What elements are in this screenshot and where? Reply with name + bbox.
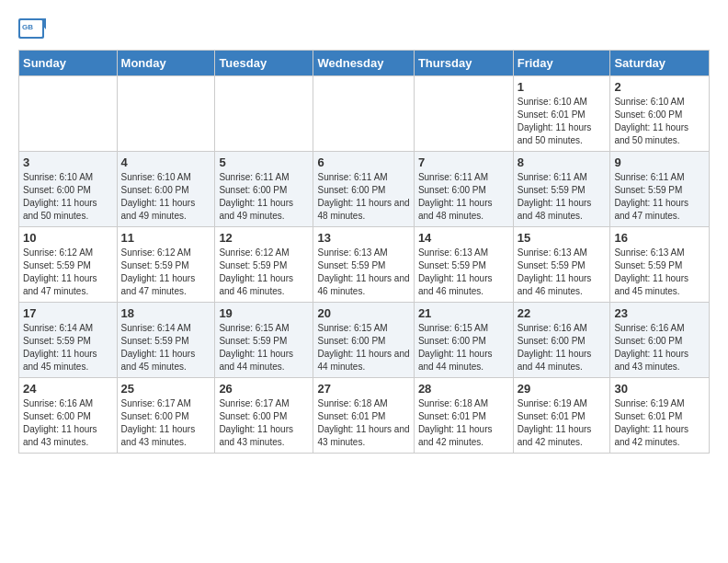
day-info: Sunrise: 6:10 AM Sunset: 6:00 PM Dayligh…: [121, 171, 211, 223]
day-number: 1: [518, 80, 607, 94]
weekday-header: Sunday: [19, 51, 118, 76]
day-number: 2: [614, 80, 705, 94]
day-info: Sunrise: 6:16 AM Sunset: 6:00 PM Dayligh…: [614, 322, 705, 373]
calendar-cell: 28Sunrise: 6:18 AM Sunset: 6:01 PM Dayli…: [414, 378, 513, 454]
day-info: Sunrise: 6:16 AM Sunset: 6:00 PM Dayligh…: [23, 397, 113, 449]
calendar-cell: 3Sunrise: 6:10 AM Sunset: 6:00 PM Daylig…: [19, 152, 118, 227]
day-info: Sunrise: 6:14 AM Sunset: 5:59 PM Dayligh…: [23, 322, 113, 373]
calendar-cell: 18Sunrise: 6:14 AM Sunset: 5:59 PM Dayli…: [117, 303, 215, 378]
day-number: 27: [317, 382, 409, 396]
day-number: 29: [518, 382, 607, 396]
day-info: Sunrise: 6:10 AM Sunset: 6:01 PM Dayligh…: [518, 96, 607, 147]
calendar-week-row: 17Sunrise: 6:14 AM Sunset: 5:59 PM Dayli…: [19, 303, 710, 378]
weekday-header: Thursday: [414, 51, 513, 76]
day-number: 15: [518, 231, 607, 245]
day-number: 7: [418, 155, 509, 169]
calendar-cell: 11Sunrise: 6:12 AM Sunset: 5:59 PM Dayli…: [117, 227, 215, 303]
weekday-header: Friday: [513, 51, 610, 76]
calendar-cell: [414, 76, 513, 152]
calendar-cell: [19, 76, 118, 152]
day-number: 23: [614, 306, 705, 320]
day-number: 17: [23, 306, 113, 320]
day-number: 3: [23, 155, 113, 169]
day-info: Sunrise: 6:15 AM Sunset: 6:00 PM Dayligh…: [317, 322, 409, 373]
weekday-header: Saturday: [610, 51, 710, 76]
calendar-cell: 13Sunrise: 6:13 AM Sunset: 5:59 PM Dayli…: [313, 227, 414, 303]
weekday-header: Monday: [117, 51, 215, 76]
calendar-week-row: 3Sunrise: 6:10 AM Sunset: 6:00 PM Daylig…: [19, 152, 710, 227]
day-number: 5: [219, 155, 309, 169]
day-number: 4: [121, 155, 211, 169]
day-info: Sunrise: 6:13 AM Sunset: 5:59 PM Dayligh…: [317, 247, 409, 298]
calendar-week-row: 24Sunrise: 6:16 AM Sunset: 6:00 PM Dayli…: [19, 378, 710, 454]
calendar-cell: 2Sunrise: 6:10 AM Sunset: 6:00 PM Daylig…: [610, 76, 710, 152]
day-number: 24: [23, 382, 113, 396]
day-number: 30: [614, 382, 705, 396]
day-number: 13: [317, 231, 409, 245]
calendar-cell: 7Sunrise: 6:11 AM Sunset: 6:00 PM Daylig…: [414, 152, 513, 227]
day-number: 25: [121, 382, 211, 396]
calendar-week-row: 10Sunrise: 6:12 AM Sunset: 5:59 PM Dayli…: [19, 227, 710, 303]
day-info: Sunrise: 6:15 AM Sunset: 5:59 PM Dayligh…: [219, 322, 309, 373]
weekday-header: Wednesday: [313, 51, 414, 76]
day-number: 11: [121, 231, 211, 245]
day-number: 18: [121, 306, 211, 320]
calendar-cell: [117, 76, 215, 152]
day-number: 10: [23, 231, 113, 245]
calendar-cell: 29Sunrise: 6:19 AM Sunset: 6:01 PM Dayli…: [513, 378, 610, 454]
calendar-cell: 1Sunrise: 6:10 AM Sunset: 6:01 PM Daylig…: [513, 76, 610, 152]
calendar-week-row: 1Sunrise: 6:10 AM Sunset: 6:01 PM Daylig…: [19, 76, 710, 152]
day-info: Sunrise: 6:10 AM Sunset: 6:00 PM Dayligh…: [23, 171, 113, 223]
day-info: Sunrise: 6:12 AM Sunset: 5:59 PM Dayligh…: [219, 247, 309, 298]
header: GB: [18, 18, 710, 40]
day-number: 12: [219, 231, 309, 245]
day-number: 26: [219, 382, 309, 396]
calendar-cell: 17Sunrise: 6:14 AM Sunset: 5:59 PM Dayli…: [19, 303, 118, 378]
day-info: Sunrise: 6:12 AM Sunset: 5:59 PM Dayligh…: [23, 247, 113, 298]
calendar-cell: 22Sunrise: 6:16 AM Sunset: 6:00 PM Dayli…: [513, 303, 610, 378]
calendar-cell: 9Sunrise: 6:11 AM Sunset: 5:59 PM Daylig…: [610, 152, 710, 227]
day-info: Sunrise: 6:13 AM Sunset: 5:59 PM Dayligh…: [614, 247, 705, 298]
calendar-cell: 16Sunrise: 6:13 AM Sunset: 5:59 PM Dayli…: [610, 227, 710, 303]
day-info: Sunrise: 6:19 AM Sunset: 6:01 PM Dayligh…: [518, 397, 607, 449]
calendar-cell: 15Sunrise: 6:13 AM Sunset: 5:59 PM Dayli…: [513, 227, 610, 303]
calendar-cell: 25Sunrise: 6:17 AM Sunset: 6:00 PM Dayli…: [117, 378, 215, 454]
day-info: Sunrise: 6:11 AM Sunset: 6:00 PM Dayligh…: [219, 171, 309, 223]
logo: GB: [18, 18, 48, 40]
calendar-cell: 14Sunrise: 6:13 AM Sunset: 5:59 PM Dayli…: [414, 227, 513, 303]
day-number: 28: [418, 382, 509, 396]
calendar-cell: 8Sunrise: 6:11 AM Sunset: 5:59 PM Daylig…: [513, 152, 610, 227]
calendar-cell: [313, 76, 414, 152]
calendar-cell: [215, 76, 313, 152]
day-info: Sunrise: 6:13 AM Sunset: 5:59 PM Dayligh…: [418, 247, 509, 298]
day-info: Sunrise: 6:19 AM Sunset: 6:01 PM Dayligh…: [614, 397, 705, 449]
day-number: 19: [219, 306, 309, 320]
svg-text:GB: GB: [22, 23, 33, 31]
day-number: 14: [418, 231, 509, 245]
day-info: Sunrise: 6:14 AM Sunset: 5:59 PM Dayligh…: [121, 322, 211, 373]
day-info: Sunrise: 6:12 AM Sunset: 5:59 PM Dayligh…: [121, 247, 211, 298]
day-info: Sunrise: 6:15 AM Sunset: 6:00 PM Dayligh…: [418, 322, 509, 373]
page: GB SundayMondayTuesdayWednesdayThursdayF…: [0, 0, 728, 472]
day-number: 22: [518, 306, 607, 320]
day-number: 21: [418, 306, 509, 320]
calendar-cell: 5Sunrise: 6:11 AM Sunset: 6:00 PM Daylig…: [215, 152, 313, 227]
calendar-cell: 23Sunrise: 6:16 AM Sunset: 6:00 PM Dayli…: [610, 303, 710, 378]
weekday-header: Tuesday: [215, 51, 313, 76]
calendar-cell: 19Sunrise: 6:15 AM Sunset: 5:59 PM Dayli…: [215, 303, 313, 378]
day-info: Sunrise: 6:17 AM Sunset: 6:00 PM Dayligh…: [219, 397, 309, 449]
logo-icon: GB: [18, 18, 46, 40]
calendar-cell: 24Sunrise: 6:16 AM Sunset: 6:00 PM Dayli…: [19, 378, 118, 454]
day-info: Sunrise: 6:16 AM Sunset: 6:00 PM Dayligh…: [518, 322, 607, 373]
calendar-cell: 21Sunrise: 6:15 AM Sunset: 6:00 PM Dayli…: [414, 303, 513, 378]
calendar: SundayMondayTuesdayWednesdayThursdayFrid…: [18, 50, 710, 454]
day-number: 20: [317, 306, 409, 320]
day-info: Sunrise: 6:18 AM Sunset: 6:01 PM Dayligh…: [317, 397, 409, 449]
day-info: Sunrise: 6:10 AM Sunset: 6:00 PM Dayligh…: [614, 96, 705, 147]
day-info: Sunrise: 6:11 AM Sunset: 6:00 PM Dayligh…: [418, 171, 509, 223]
calendar-cell: 26Sunrise: 6:17 AM Sunset: 6:00 PM Dayli…: [215, 378, 313, 454]
day-number: 9: [614, 155, 705, 169]
day-info: Sunrise: 6:18 AM Sunset: 6:01 PM Dayligh…: [418, 397, 509, 449]
calendar-body: 1Sunrise: 6:10 AM Sunset: 6:01 PM Daylig…: [19, 76, 710, 454]
day-info: Sunrise: 6:11 AM Sunset: 5:59 PM Dayligh…: [518, 171, 607, 223]
